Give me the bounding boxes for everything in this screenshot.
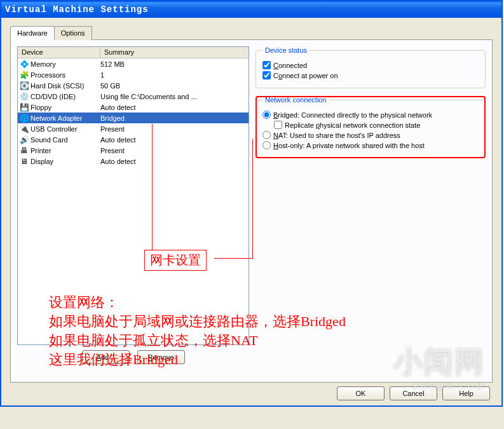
table-row[interactable]: 💿CD/DVD (IDE)Using file C:\Documents and… (18, 91, 249, 102)
nat-radio-row[interactable]: NAT: Used to share the host's IP address (262, 131, 479, 139)
device-icon: 🧩 (19, 70, 29, 80)
device-summary: Auto detect (100, 158, 247, 165)
connect-poweron-checkbox-row[interactable]: Connect at power on (262, 71, 479, 79)
device-icon: 💾 (19, 102, 29, 112)
device-status-group: Device status Connected Connect at power… (255, 46, 486, 88)
nat-label: NAT: Used to share the host's IP address (273, 132, 400, 139)
device-summary: 1 (100, 71, 247, 79)
device-summary: 512 MB (100, 60, 247, 68)
settings-window: Virtual Machine Settings Hardware Option… (0, 0, 503, 407)
network-connection-legend: Network connection (262, 96, 329, 104)
ok-button[interactable]: OK (337, 386, 385, 400)
dialog-buttons: OK Cancel Help (337, 386, 490, 400)
tab-hardware[interactable]: Hardware (10, 26, 55, 40)
window-title: Virtual Machine Settings (5, 4, 149, 15)
table-row[interactable]: 🖶PrinterPresent (18, 145, 249, 156)
bridged-label: Bridged: Connected directly to the physi… (273, 111, 432, 119)
help-button[interactable]: Help (442, 386, 490, 400)
device-summary: Present (100, 147, 247, 154)
device-name: Sound Card (31, 136, 100, 144)
device-name: Printer (31, 147, 100, 154)
table-row[interactable]: 🔊Sound CardAuto detect (18, 134, 249, 145)
table-row[interactable]: 💾FloppyAuto detect (18, 102, 249, 112)
device-name: CD/DVD (IDE) (31, 93, 100, 100)
replicate-checkbox[interactable] (274, 121, 282, 129)
annotation-line-2b (252, 139, 253, 259)
annotation-dot (152, 124, 153, 125)
annotation-line-1 (152, 124, 153, 250)
table-row[interactable]: 💽Hard Disk (SCSI)50 GB (18, 80, 249, 91)
replicate-label: Replicate physical network connection st… (285, 121, 420, 129)
device-name: Network Adapter (31, 114, 100, 122)
tab-options[interactable]: Options (54, 26, 92, 40)
device-name: Memory (31, 60, 100, 68)
device-icon: 💠 (19, 59, 29, 69)
hardware-panel: Device Summary 💠Memory512 MB🧩Processors1… (10, 39, 493, 383)
tab-strip: Hardware Options (10, 26, 493, 40)
connected-checkbox-row[interactable]: Connected (262, 61, 479, 69)
bridged-radio-row[interactable]: Bridged: Connected directly to the physi… (262, 111, 479, 119)
network-connection-group: Network connection Bridged: Connected di… (255, 96, 486, 158)
replicate-checkbox-row[interactable]: Replicate physical network connection st… (274, 121, 479, 129)
device-summary: Auto detect (100, 136, 247, 144)
connect-poweron-checkbox[interactable] (262, 71, 271, 79)
connect-poweron-label: Connect at power on (273, 72, 338, 79)
device-icon: 🔌 (19, 124, 29, 134)
table-row[interactable]: 🖥DisplayAuto detect (18, 156, 249, 167)
device-icon: 💽 (19, 81, 29, 91)
annotation-label-box: 网卡设置 (144, 250, 207, 271)
bridged-radio[interactable] (262, 111, 271, 119)
device-summary: Using file C:\Documents and ... (100, 93, 247, 100)
hostonly-label: Host-only: A private network shared with… (273, 142, 425, 149)
device-name: Hard Disk (SCSI) (31, 82, 100, 90)
device-icon: 💿 (19, 92, 29, 102)
hostonly-radio[interactable] (262, 141, 271, 149)
device-summary: Auto detect (100, 104, 247, 111)
hostonly-radio-row[interactable]: Host-only: A private network shared with… (262, 141, 479, 149)
device-name: Processors (31, 71, 100, 79)
col-header-summary[interactable]: Summary (100, 47, 249, 58)
titlebar: Virtual Machine Settings (1, 1, 501, 18)
cancel-button[interactable]: Cancel (390, 386, 437, 400)
device-icon: 🔊 (19, 135, 29, 145)
nat-radio[interactable] (262, 131, 271, 139)
device-summary: Present (100, 125, 247, 133)
annotation-line-2a (214, 258, 252, 259)
col-header-device[interactable]: Device (18, 47, 100, 58)
connected-label: Connected (273, 62, 307, 69)
client-area: Hardware Options Device Summary 💠Memory5… (1, 18, 501, 405)
device-summary: Bridged (100, 114, 247, 122)
list-header: Device Summary (18, 47, 249, 58)
connected-checkbox[interactable] (262, 61, 271, 69)
annotation-body: 设置网络：如果电脑处于局域网或连接路由器，选择Bridged如果电脑处于孤立状态… (49, 293, 346, 369)
device-name: Display (31, 158, 100, 165)
device-summary: 50 GB (100, 82, 247, 90)
device-icon: 🖶 (19, 146, 29, 156)
table-row[interactable]: 🧩Processors1 (18, 69, 249, 80)
device-name: Floppy (31, 104, 100, 111)
table-row[interactable]: 💠Memory512 MB (18, 58, 249, 69)
table-row[interactable]: 🌐Network AdapterBridged (18, 112, 249, 123)
device-icon: 🖥 (19, 156, 29, 167)
device-name: USB Controller (31, 125, 100, 133)
device-status-legend: Device status (262, 46, 310, 54)
table-row[interactable]: 🔌USB ControllerPresent (18, 123, 249, 134)
device-icon: 🌐 (19, 113, 29, 123)
